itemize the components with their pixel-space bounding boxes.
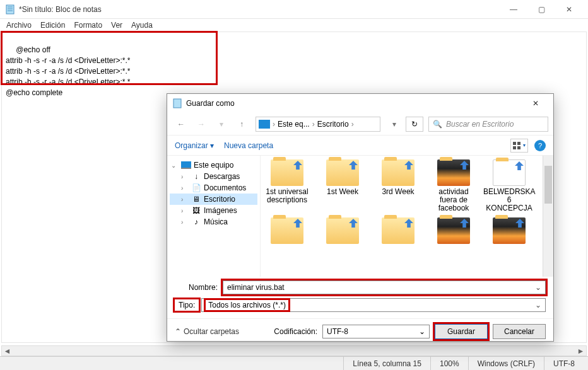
dialog-title: Guardar como [186, 99, 523, 108]
dialog-footer: ⌃ Ocultar carpetas Codificación: UTF-8 ⌄… [167, 318, 553, 344]
scroll-left-icon[interactable]: ◄ [2, 346, 13, 356]
menu-file[interactable]: Archivo [6, 21, 32, 30]
tree-item[interactable]: ›🖥Escritorio [170, 194, 257, 205]
pc-icon [181, 161, 191, 170]
chevron-right-icon: › [181, 219, 189, 226]
folder-icon [326, 217, 359, 244]
svg-rect-7 [513, 146, 516, 149]
svg-rect-0 [6, 5, 14, 14]
folder-grid[interactable]: 1st universal descriptions1st Week3rd We… [261, 156, 543, 277]
chevron-up-icon: ⌃ [175, 327, 181, 336]
refresh-button[interactable]: ↻ [406, 117, 423, 132]
menu-view[interactable]: Ver [111, 21, 122, 30]
close-button[interactable]: ✕ [555, 0, 583, 19]
status-zoom: 100% [430, 357, 468, 370]
dialog-titlebar: Guardar como ✕ [167, 94, 553, 113]
new-folder-button[interactable]: Nueva carpeta [224, 141, 273, 150]
status-eol: Windows (CRLF) [468, 357, 544, 370]
menu-format[interactable]: Formato [74, 21, 102, 30]
vertical-scrollbar[interactable] [543, 156, 553, 277]
folder-item[interactable] [374, 217, 422, 246]
folder-item[interactable]: 1st universal descriptions [263, 159, 311, 212]
menubar: Archivo Edición Formato Ver Ayuda [0, 19, 588, 32]
horizontal-scrollbar[interactable]: ◄ ► [1, 345, 587, 356]
nav-up-button[interactable]: ↑ [233, 116, 250, 132]
folder-icon: 📄 [191, 183, 201, 192]
chevron-down-icon[interactable]: ⌄ [535, 301, 541, 309]
breadcrumb-current[interactable]: Escritorio [317, 120, 349, 129]
tree-item[interactable]: ›🖼Imágenes [170, 205, 257, 216]
encoding-select[interactable]: UTF-8 ⌄ [322, 325, 430, 338]
chevron-right-icon: › [181, 207, 189, 214]
svg-rect-4 [173, 99, 181, 108]
folder-tree: ⌄ Este equipo ›↓Descargas›📄Documentos›🖥E… [167, 156, 261, 277]
tree-root-label: Este equipo [194, 161, 233, 170]
folder-item[interactable]: BELWEDRSKA 6 KONCEPCJA [485, 159, 533, 212]
organize-button[interactable]: Organizar ▾ [175, 141, 214, 150]
dialog-close-button[interactable]: ✕ [523, 95, 548, 112]
cancel-button[interactable]: Cancelar [493, 324, 546, 339]
chevron-right-icon: › [273, 120, 275, 129]
chevron-right-icon: › [181, 185, 189, 192]
filetype-select[interactable]: Todos los archivos (*.*) ⌄ [201, 298, 546, 312]
folder-icon [382, 217, 415, 244]
tree-item[interactable]: ›📄Documentos [170, 182, 257, 194]
encoding-value: UTF-8 [327, 327, 348, 336]
filename-value: eliminar virus.bat [227, 283, 285, 292]
svg-rect-6 [517, 142, 520, 145]
tree-this-pc[interactable]: ⌄ Este equipo [170, 159, 257, 171]
folder-item[interactable]: 1st Week [319, 159, 367, 212]
save-as-dialog: Guardar como ✕ ← → ▾ ↑ › Este eq... › Es… [167, 93, 554, 342]
filename-label: Nombre: [175, 283, 223, 292]
filetype-value: Todos los archivos (*.*) [206, 300, 288, 310]
search-placeholder: Buscar en Escritorio [446, 120, 514, 129]
folder-item[interactable]: actividad fuera de facebook [430, 159, 478, 212]
scroll-right-icon[interactable]: ► [575, 346, 586, 356]
view-mode-button[interactable]: ▾ [510, 139, 528, 153]
tree-item-label: Descargas [204, 172, 240, 181]
minimize-button[interactable]: — [500, 0, 527, 19]
folder-icon [271, 159, 303, 186]
folder-item[interactable] [263, 217, 311, 246]
folder-item[interactable] [485, 217, 533, 246]
svg-rect-10 [181, 168, 191, 169]
tree-item-label: Música [204, 217, 228, 226]
tree-item-label: Documentos [204, 183, 246, 192]
dialog-app-icon [172, 98, 182, 108]
menu-help[interactable]: Ayuda [131, 21, 153, 30]
menu-edit[interactable]: Edición [40, 21, 65, 30]
folder-icon [382, 159, 415, 186]
tree-item[interactable]: ›♪Música [170, 216, 257, 228]
chevron-right-icon: › [181, 196, 189, 203]
nav-forward-button[interactable]: → [192, 116, 210, 132]
nav-recent-button[interactable]: ▾ [213, 116, 230, 132]
svg-rect-8 [517, 146, 520, 149]
breadcrumb-dropdown-button[interactable]: ▾ [385, 116, 403, 132]
maximize-button[interactable]: ▢ [527, 0, 555, 19]
search-input[interactable]: 🔍 Buscar en Escritorio [428, 117, 548, 132]
notepad-titlebar: *Sin título: Bloc de notas — ▢ ✕ [0, 0, 588, 19]
folder-item[interactable] [319, 217, 367, 246]
chevron-down-icon[interactable]: ⌄ [535, 283, 541, 292]
status-encoding: UTF-8 [544, 357, 588, 370]
folder-item[interactable]: 3rd Week [374, 159, 422, 212]
folder-icon: ♪ [191, 217, 201, 226]
folder-icon [271, 217, 303, 244]
folder-icon [326, 159, 359, 186]
help-button[interactable]: ? [534, 140, 546, 151]
folder-label: actividad fuera de facebook [430, 188, 478, 212]
svg-rect-9 [181, 161, 191, 168]
nav-back-button[interactable]: ← [172, 116, 190, 132]
status-position: Línea 5, columna 15 [343, 357, 430, 370]
search-icon: 🔍 [433, 120, 442, 129]
filename-input[interactable]: eliminar virus.bat ⌄ [223, 280, 546, 294]
save-button[interactable]: Guardar [435, 324, 488, 339]
folder-item[interactable] [430, 217, 478, 246]
window-title: *Sin título: Bloc de notas [19, 5, 500, 14]
svg-rect-5 [513, 142, 516, 145]
hide-folders-button[interactable]: ⌃ Ocultar carpetas [175, 327, 239, 336]
breadcrumb-root[interactable]: Este eq... [278, 120, 310, 129]
dialog-toolbar: Organizar ▾ Nueva carpeta ▾ ? [167, 136, 553, 156]
tree-item[interactable]: ›↓Descargas [170, 171, 257, 182]
breadcrumb[interactable]: › Este eq... › Escritorio › [256, 117, 380, 132]
